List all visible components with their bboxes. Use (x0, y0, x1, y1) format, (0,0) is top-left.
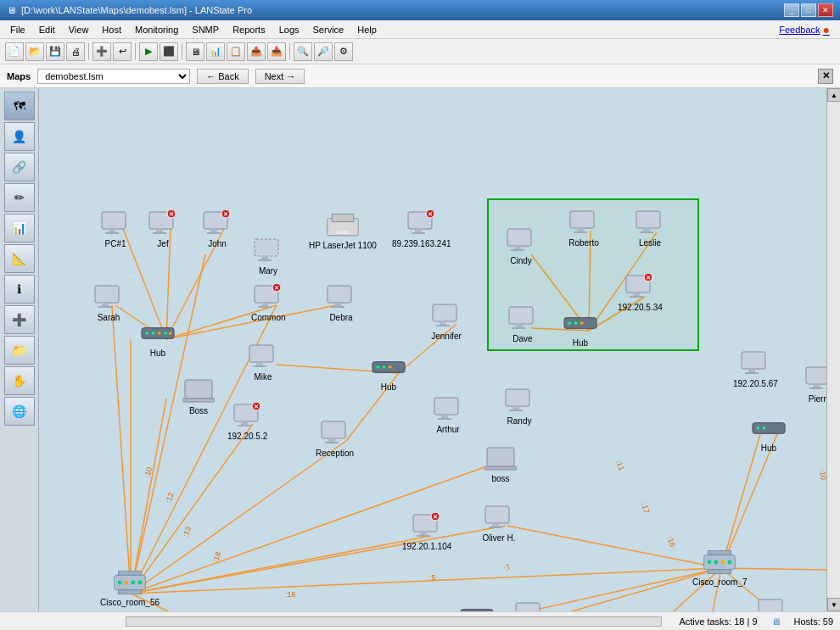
open-button[interactable]: 📂 (25, 42, 44, 61)
link-tool-button[interactable]: 🔗 (4, 153, 35, 181)
horizontal-scrollbar[interactable] (126, 616, 662, 627)
node-mary[interactable]: Mary (251, 237, 285, 276)
node-hub1[interactable]: Hub (141, 319, 175, 358)
scroll-down-button[interactable]: ▼ (827, 598, 840, 611)
node-mike[interactable]: Mike (246, 343, 280, 382)
menu-file[interactable]: File (3, 23, 32, 36)
maximize-button[interactable]: □ (801, 3, 816, 17)
svg-rect-85 (328, 286, 351, 303)
feedback-link[interactable]: Feedback ● (779, 23, 837, 36)
node-boss[interactable]: Boss (182, 376, 216, 415)
import-button[interactable]: 📥 (267, 42, 286, 61)
menu-view[interactable]: View (62, 23, 96, 36)
scroll-track[interactable] (827, 102, 840, 598)
node-common[interactable]: ✕ Common (251, 283, 286, 322)
node-ip2[interactable]: ✕ 192.20.5.2 (227, 402, 267, 441)
start-button[interactable]: ▶ (139, 42, 158, 61)
add-tool-button[interactable]: ➕ (4, 305, 35, 334)
back-button[interactable]: ← Back (197, 69, 249, 84)
globe-tool-button[interactable]: 🌐 (4, 397, 35, 426)
node-jennifer[interactable]: Jennifer (429, 302, 463, 341)
undo-button[interactable]: ↩ (113, 42, 132, 61)
menu-service[interactable]: Service (306, 23, 351, 36)
node-pierre[interactable]: Pierre (803, 365, 826, 404)
node-bill[interactable]: Bill (512, 600, 546, 611)
stop-button[interactable]: ⬛ (160, 42, 178, 61)
host-tool-button[interactable]: 👤 (4, 122, 35, 151)
new-button[interactable]: 📄 (5, 42, 24, 61)
node-ip5[interactable]: ✕ 192.20.1.104 (402, 512, 451, 551)
node-hub1-label: Hub (150, 348, 165, 358)
maps-dropdown[interactable]: demobest.lsm (37, 69, 190, 84)
scroll-up-button[interactable]: ▲ (827, 88, 840, 102)
node-john[interactable]: ✕ John (200, 209, 234, 248)
maps-bar-right: ✕ (818, 69, 833, 84)
svg-rect-145 (484, 466, 517, 470)
edit-tool-button[interactable]: ✏ (4, 183, 35, 212)
chart-tool-button[interactable]: 📊 (4, 214, 35, 243)
node-debra[interactable]: Debra (324, 283, 358, 322)
table-button[interactable]: 📋 (227, 42, 245, 61)
save-button[interactable]: 💾 (46, 42, 64, 61)
export-button[interactable]: 📤 (247, 42, 266, 61)
node-oliverh[interactable]: Oliver H. (482, 504, 516, 543)
svg-point-77 (158, 332, 161, 335)
menu-host[interactable]: Host (95, 23, 128, 36)
menu-reports[interactable]: Reports (226, 23, 272, 36)
node-dave[interactable]: Dave (506, 304, 540, 343)
select-tool-button[interactable]: 🗺 (4, 92, 35, 120)
node-leslie[interactable]: Leslie (633, 209, 667, 248)
node-leslie-label: Leslie (639, 238, 661, 248)
node-roberto[interactable]: Roberto (567, 209, 601, 248)
sep2 (135, 43, 136, 60)
zoom-button[interactable]: 🔎 (314, 42, 333, 61)
settings-button[interactable]: ⚙ (334, 42, 353, 61)
hosts-button[interactable]: 🖥 (186, 42, 204, 61)
node-boss2[interactable]: boss (484, 444, 518, 483)
node-sarah[interactable]: Sarah (92, 283, 126, 322)
folder-tool-button[interactable]: 📁 (4, 336, 35, 365)
print-button[interactable]: 🖨 (66, 42, 85, 61)
minimize-button[interactable]: _ (784, 3, 799, 17)
search-button[interactable]: 🔍 (294, 42, 312, 61)
measure-tool-button[interactable]: 📐 (4, 244, 35, 273)
node-cisco56[interactable]: Cisco_room_56 (100, 568, 160, 607)
node-pc1[interactable]: PC#1 (98, 209, 132, 248)
canvas-area[interactable]: :10 :12 :13 :18 :16 :11 :17 :16 :2 :10 :… (39, 88, 826, 611)
svg-line-3 (131, 254, 205, 594)
add-button[interactable]: ➕ (92, 42, 111, 61)
close-map-button[interactable]: ✕ (818, 69, 833, 84)
hand-tool-button[interactable]: ✋ (4, 366, 35, 395)
svg-rect-61 (261, 256, 268, 259)
node-hp-printer[interactable]: HP LaserJet 1100 (309, 211, 377, 250)
node-hub2[interactable]: Hub (372, 353, 406, 392)
node-cisco7[interactable]: Cisco_room_7 (692, 548, 747, 587)
node-randy[interactable]: Randy (502, 387, 536, 426)
node-arthur[interactable]: Arthur (431, 395, 465, 434)
node-hub4[interactable]: Hub (752, 414, 786, 453)
node-ip3[interactable]: ✕ 192.20.5.34 (618, 273, 663, 312)
node-cindy[interactable]: Cindy (504, 226, 538, 265)
svg-rect-144 (487, 448, 514, 466)
menu-monitoring[interactable]: Monitoring (128, 23, 185, 36)
node-hub5[interactable]: Hub (460, 600, 494, 611)
svg-rect-60 (255, 239, 278, 256)
menu-snmp[interactable]: SNMP (185, 23, 226, 36)
node-jef[interactable]: ✕ Jef (146, 209, 180, 248)
menu-logs[interactable]: Logs (272, 23, 306, 36)
reports-button[interactable]: 📊 (206, 42, 225, 61)
info-tool-button[interactable]: ℹ (4, 275, 35, 304)
status-bar: Active tasks: 18 | 9 🖥 Hosts: 59 (0, 611, 840, 630)
menu-help[interactable]: Help (350, 23, 384, 36)
node-ip1[interactable]: ✕ 89.239.163.241 (392, 209, 451, 248)
right-scrollbar[interactable]: ▲ ▼ (826, 88, 840, 611)
node-chris[interactable]: Chris (755, 597, 789, 611)
menu-edit[interactable]: Edit (32, 23, 62, 36)
svg-rect-72 (102, 303, 109, 306)
node-ip4[interactable]: 192.20.5.67 (733, 349, 778, 388)
node-hub3[interactable]: Hub (563, 309, 597, 348)
close-button[interactable]: ✕ (818, 3, 833, 17)
node-reception[interactable]: Reception (316, 419, 354, 458)
svg-rect-114 (507, 229, 531, 246)
next-button[interactable]: Next → (255, 69, 305, 84)
